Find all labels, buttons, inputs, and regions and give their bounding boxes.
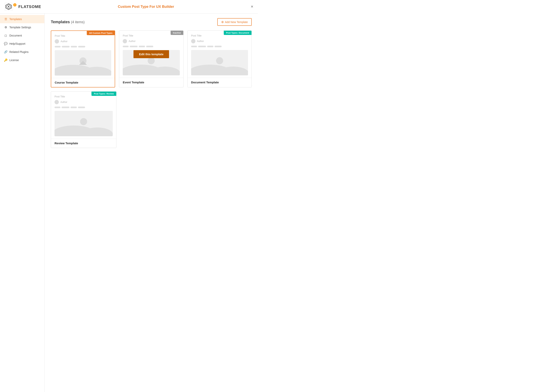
gear-icon: ⚙ — [4, 26, 7, 29]
logo: 3 FLATSOME — [5, 3, 41, 11]
author-avatar — [55, 39, 59, 43]
template-name: Course Template — [55, 81, 78, 84]
card-tag: All Custom Post Types — [87, 31, 115, 35]
main-header: Templates (4 items) ⊕ Add New Template — [51, 18, 252, 26]
card-preview: All Custom Post Types Post Title Author — [51, 31, 115, 78]
author-label: Author — [197, 40, 204, 43]
sidebar-item-license[interactable]: 🔑 License — [0, 56, 44, 64]
sidebar-item-label: License — [9, 58, 19, 62]
author-label: Author — [60, 101, 67, 103]
author-row: Author — [55, 100, 113, 104]
sidebar-item-label: Document — [9, 34, 22, 37]
sidebar-item-help[interactable]: 💬 Help/Support — [0, 40, 44, 48]
card-tag: Post Types: Review — [91, 92, 116, 96]
edit-overlay: Edit this template — [119, 31, 183, 78]
template-name: Review Template — [55, 142, 78, 145]
plus-circle-icon: ⊕ — [221, 20, 224, 24]
template-card-review[interactable]: Post Types: Review Post Title Author — [51, 91, 117, 148]
add-new-template-button[interactable]: ⊕ Add New Template — [217, 18, 252, 26]
header-title: Custom Post Type For UX Builder — [118, 5, 174, 9]
document-icon: ◻ — [4, 34, 7, 37]
app-header: 3 FLATSOME Custom Post Type For UX Build… — [0, 0, 258, 14]
app-layout: ☰ Templates ⚙ Template Settings ◻ Docume… — [0, 14, 258, 392]
logo-badge: 3 — [13, 3, 16, 7]
card-footer: Event Template — [119, 78, 183, 87]
template-card-document[interactable]: Post Types: Document Post Title Author — [187, 30, 252, 87]
main-content: Templates (4 items) ⊕ Add New Template A… — [44, 14, 258, 392]
template-name: Document Template — [191, 81, 219, 84]
skeleton-bars — [55, 107, 113, 108]
card-footer: Review Template — [51, 139, 116, 148]
author-avatar — [55, 100, 59, 104]
template-name: Event Template — [123, 81, 144, 84]
sidebar-item-templates[interactable]: ☰ Templates — [0, 15, 44, 23]
close-button[interactable]: × — [251, 5, 253, 9]
logo-icon — [5, 3, 13, 11]
help-icon: 💬 — [4, 42, 7, 45]
skeleton-bar — [62, 46, 70, 47]
image-placeholder — [55, 111, 113, 136]
menu-icon: ☰ — [4, 17, 7, 21]
skeleton-bar — [55, 46, 61, 47]
plugins-icon: 🔗 — [4, 50, 7, 54]
author-row: Author — [55, 39, 111, 43]
sidebar-item-plugins[interactable]: 🔗 Related Plugins — [0, 48, 44, 56]
skeleton-bar — [62, 107, 69, 108]
skeleton-bar — [198, 46, 206, 47]
templates-row2: Post Types: Review Post Title Author — [51, 91, 252, 148]
skeleton-bars — [55, 46, 111, 47]
license-icon: 🔑 — [4, 58, 7, 62]
card-footer: Course Template — [51, 78, 115, 87]
skeleton-bar — [78, 107, 85, 108]
sidebar-item-label: Help/Support — [9, 42, 25, 45]
image-placeholder — [191, 50, 248, 75]
skeleton-bar — [55, 107, 60, 108]
card-footer: Document Template — [188, 78, 251, 87]
sidebar-item-label: Templates — [9, 18, 22, 21]
skeleton-bars — [191, 46, 248, 47]
svg-point-16 — [216, 57, 223, 64]
sidebar-item-label: Related Plugins — [9, 50, 29, 53]
template-card-event[interactable]: Inactive Post Title Author — [119, 30, 183, 87]
skeleton-bar — [71, 107, 77, 108]
card-preview: Inactive Post Title Author — [119, 31, 183, 78]
skeleton-bar — [207, 46, 213, 47]
card-tag: Post Types: Document — [224, 31, 251, 35]
card-preview: Post Types: Document Post Title Author — [188, 31, 251, 78]
card-preview: Post Types: Review Post Title Author — [51, 92, 116, 139]
page-title: Templates (4 items) — [51, 20, 85, 24]
svg-point-20 — [80, 118, 87, 125]
skeleton-bar — [71, 46, 77, 47]
sidebar: ☰ Templates ⚙ Template Settings ◻ Docume… — [0, 14, 44, 392]
skeleton-bar — [78, 46, 85, 47]
image-placeholder — [55, 50, 111, 76]
skeleton-bar — [215, 46, 222, 47]
author-label: Author — [61, 40, 67, 43]
sidebar-item-document[interactable]: ◻ Document — [0, 31, 44, 40]
template-card-course[interactable]: All Custom Post Types Post Title Author — [51, 30, 115, 87]
edit-template-button[interactable]: Edit this template — [133, 50, 169, 58]
author-avatar — [191, 39, 195, 43]
sidebar-item-label: Template Settings — [9, 26, 31, 29]
svg-point-3 — [8, 6, 9, 7]
author-row: Author — [191, 39, 248, 43]
sidebar-item-template-settings[interactable]: ⚙ Template Settings — [0, 23, 44, 31]
logo-text: FLATSOME — [18, 5, 41, 9]
templates-grid: All Custom Post Types Post Title Author — [51, 30, 252, 87]
skeleton-bar — [191, 46, 197, 47]
